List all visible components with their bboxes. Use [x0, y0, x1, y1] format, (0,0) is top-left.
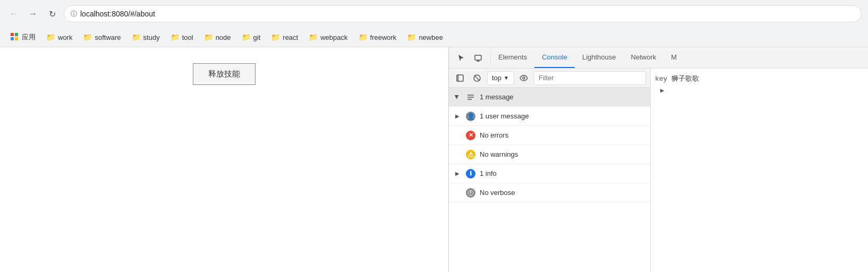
bookmark-label: work	[58, 33, 72, 41]
address-bar[interactable]: ⓘ localhost:8080/#/about	[64, 5, 862, 22]
apps-grid-icon	[11, 33, 19, 41]
folder-icon: 📁	[83, 33, 92, 41]
bookmark-label: git	[253, 33, 261, 41]
key-label: key	[655, 75, 667, 83]
message-row-user[interactable]: ▶ 👤 1 user message	[449, 107, 650, 126]
tab-more[interactable]: M	[663, 47, 684, 68]
context-label: top	[492, 74, 501, 82]
message-row-warnings[interactable]: ▶ ⚠ No warnings	[449, 145, 650, 164]
bookmark-tool[interactable]: 📁 tool	[166, 31, 198, 43]
bookmark-react[interactable]: 📁 react	[267, 31, 302, 43]
forward-button[interactable]: →	[25, 6, 40, 21]
eye-icon	[520, 75, 528, 81]
page-content: 释放技能	[0, 47, 448, 272]
bookmark-label: react	[283, 33, 298, 41]
expand-arrow-icon[interactable]: ▶	[453, 93, 462, 101]
message-row-messages[interactable]: ▶ 1 message	[449, 88, 650, 107]
error-icon: ✕	[466, 131, 475, 140]
value-text: 狮子歌歌	[671, 74, 699, 83]
console-left-panel: top ▼ ▶	[449, 69, 651, 272]
console-messages-list: ▶ 1 message ▶ 👤	[449, 88, 650, 272]
message-text: 1 message	[480, 93, 646, 101]
cursor-icon	[457, 54, 465, 62]
device-mode-button[interactable]	[470, 50, 486, 66]
release-button[interactable]: 释放技能	[193, 63, 256, 85]
tab-network[interactable]: Network	[624, 47, 664, 68]
inspect-element-button[interactable]	[453, 50, 469, 66]
bookmark-work[interactable]: 📁 work	[42, 31, 76, 43]
tab-lighthouse[interactable]: Lighthouse	[575, 47, 624, 68]
message-text: No warnings	[480, 150, 646, 158]
expand-arrow-icon[interactable]: ▶	[453, 112, 462, 121]
message-text: 1 info	[480, 169, 646, 177]
console-clear-button[interactable]	[470, 71, 484, 85]
message-text: 1 user message	[480, 112, 646, 120]
bookmark-git[interactable]: 📁 git	[237, 31, 265, 43]
message-text: No errors	[480, 131, 646, 139]
expand-arrow-icon[interactable]: ▶	[453, 169, 462, 178]
console-toolbar: top ▼	[449, 69, 650, 88]
folder-icon: 📁	[309, 33, 318, 41]
browser-chrome: ← → ↻ ⓘ localhost:8080/#/about 应用 📁 work…	[0, 0, 868, 47]
apps-bookmark[interactable]: 应用	[6, 31, 40, 44]
bookmark-label: freework	[370, 33, 397, 41]
eye-icon-button[interactable]	[517, 71, 531, 85]
back-button[interactable]: ←	[6, 6, 21, 21]
bookmark-node[interactable]: 📁 node	[200, 31, 235, 43]
expand-row: ▶	[655, 87, 864, 95]
bookmark-software[interactable]: 📁 software	[79, 31, 125, 43]
tab-console[interactable]: Console	[534, 47, 575, 68]
message-row-errors[interactable]: ▶ ✕ No errors	[449, 126, 650, 145]
folder-icon: 📁	[407, 33, 416, 41]
bookmark-label: node	[216, 33, 231, 41]
folder-icon: 📁	[359, 33, 368, 41]
svg-rect-0	[475, 55, 481, 60]
devtools-panel: Elements Console Lighthouse Network M	[448, 47, 868, 272]
clear-icon	[473, 74, 481, 82]
folder-icon: 📁	[171, 33, 180, 41]
context-selector[interactable]: top ▼	[487, 71, 514, 85]
bookmark-freework[interactable]: 📁 freework	[354, 31, 401, 43]
folder-icon: 📁	[242, 33, 251, 41]
devtools-body: top ▼ ▶	[449, 69, 868, 272]
console-sidebar-button[interactable]	[453, 71, 467, 85]
tab-elements[interactable]: Elements	[491, 47, 534, 68]
filter-input[interactable]	[534, 71, 646, 85]
bookmark-label: webpack	[320, 33, 347, 41]
user-icon: 👤	[466, 112, 475, 121]
verbose-icon	[466, 188, 475, 198]
bookmark-label: tool	[182, 33, 193, 41]
svg-point-5	[523, 77, 525, 79]
message-text: No verbose	[480, 189, 646, 197]
device-icon	[474, 54, 482, 62]
folder-icon: 📁	[271, 33, 280, 41]
svg-line-4	[474, 75, 480, 81]
folder-icon: 📁	[46, 33, 55, 41]
bookmarks-bar: 应用 📁 work 📁 software 📁 study 📁 tool 📁 no…	[0, 28, 868, 47]
bookmark-label: newbee	[419, 33, 443, 41]
bookmark-webpack[interactable]: 📁 webpack	[304, 31, 352, 43]
warning-icon: ⚠	[466, 150, 475, 159]
message-row-verbose[interactable]: ▶ No verbose	[449, 183, 650, 202]
dropdown-arrow: ▼	[504, 75, 509, 81]
apps-label: 应用	[22, 32, 36, 42]
svg-rect-2	[457, 75, 459, 81]
devtools-icon-group	[449, 50, 491, 66]
url-text: localhost:8080/#/about	[80, 10, 155, 18]
folder-icon: 📁	[204, 33, 213, 41]
message-row-info[interactable]: ▶ ℹ 1 info	[449, 164, 650, 183]
folder-icon: 📁	[132, 33, 141, 41]
reload-button[interactable]: ↻	[45, 6, 59, 21]
key-value-row: key 狮子歌歌	[655, 73, 864, 84]
bookmark-label: study	[143, 33, 160, 41]
bookmark-newbee[interactable]: 📁 newbee	[403, 31, 447, 43]
bookmark-study[interactable]: 📁 study	[127, 31, 164, 43]
list-icon	[466, 92, 475, 102]
sidebar-icon	[456, 74, 464, 82]
console-right-panel: key 狮子歌歌 ▶	[651, 69, 868, 272]
bookmark-label: software	[95, 33, 121, 41]
devtools-tabs: Elements Console Lighthouse Network M	[449, 47, 868, 69]
main-area: 释放技能 Elements	[0, 47, 868, 272]
chevron-right-icon[interactable]: ▶	[659, 86, 665, 96]
info-icon: ℹ	[466, 169, 475, 178]
